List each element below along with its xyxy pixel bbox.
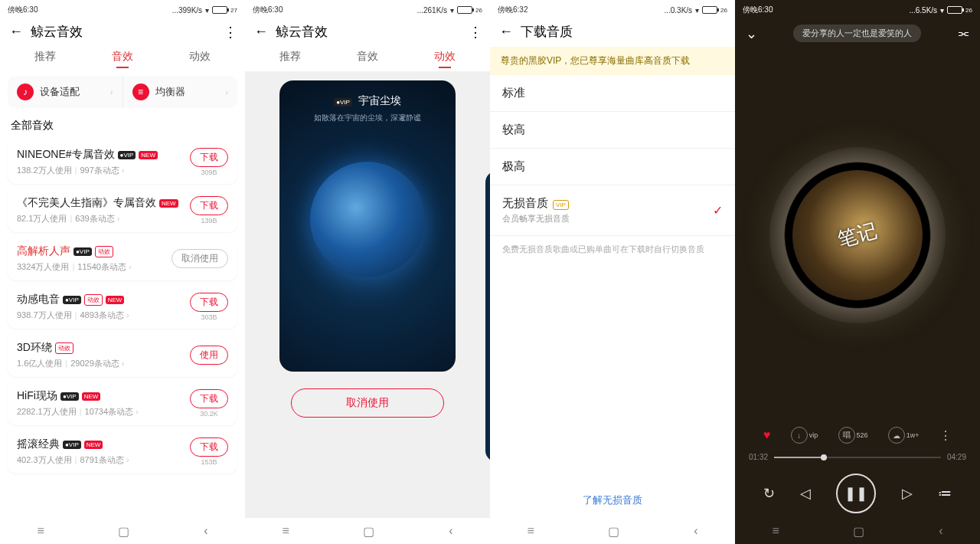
- effect-card[interactable]: NINEONE#专属音效●VIPNEW138.2万人使用|997条动态 ›下载3…: [8, 140, 237, 184]
- device-adapt-button[interactable]: ♪ 设备适配 ›: [8, 76, 122, 108]
- motion-effects-screen: 傍晚6:30 ...261K/s ▾ 26 ← 鲸云音效 ⋮ 推荐 音效 动效 …: [245, 0, 490, 544]
- download-button[interactable]: 下载: [190, 389, 228, 408]
- more-icon[interactable]: ⋮: [469, 24, 481, 41]
- vinyl-ring: 笔记: [769, 147, 946, 323]
- sing-count: 526: [857, 431, 868, 439]
- cancel-use-button[interactable]: 取消使用: [291, 388, 444, 418]
- back-icon[interactable]: ←: [9, 24, 23, 40]
- vip-badge: VIP: [553, 200, 569, 210]
- download-button[interactable]: 下载: [190, 196, 228, 215]
- system-nav: ≡ ▢ ‹: [0, 518, 245, 544]
- home-icon[interactable]: ▢: [608, 524, 619, 539]
- theme-preview-image: [310, 162, 425, 277]
- loop-button[interactable]: ↻: [763, 485, 775, 502]
- pause-button[interactable]: ❚❚: [836, 474, 876, 513]
- chevron-right-icon: ›: [225, 87, 228, 97]
- effect-card[interactable]: 3D环绕动效1.6亿人使用|29029条动态 ›使用: [8, 333, 237, 377]
- effect-size: 309B: [190, 169, 228, 176]
- effect-card[interactable]: 摇滚经典●VIPNEW402.3万人使用|8791条动态 ›下载153B: [8, 430, 237, 474]
- theme-card[interactable]: ●VIP 宇宙尘埃 如散落在宇宙的尘埃，深邃静谧: [279, 80, 456, 372]
- download-button[interactable]: 下载: [190, 293, 228, 312]
- battery-pct: 26: [965, 7, 972, 14]
- effect-card[interactable]: 《不完美人生指南》专属音效NEW82.1万人使用|639条动态 ›下载139B: [8, 188, 237, 232]
- page-title: 鲸云音效: [31, 23, 216, 41]
- playlist-button[interactable]: ≔: [938, 485, 952, 502]
- recents-icon[interactable]: ≡: [527, 524, 534, 538]
- cancel-use-button[interactable]: 取消使用: [172, 249, 228, 268]
- quality-option[interactable]: 无损音质VIP会员畅享无损音质✓: [490, 185, 735, 236]
- vip-badge: ●VIP: [60, 392, 79, 401]
- effect-name: 3D环绕动效: [17, 341, 190, 355]
- learn-lossless-link[interactable]: 了解无损音质: [490, 483, 735, 518]
- quality-option[interactable]: 较高: [490, 112, 735, 149]
- back-nav-icon[interactable]: ‹: [204, 524, 207, 538]
- system-nav: ≡ ▢ ‹: [490, 518, 735, 544]
- back-nav-icon[interactable]: ‹: [694, 524, 697, 538]
- tab-recommend[interactable]: 推荐: [275, 47, 305, 67]
- home-icon[interactable]: ▢: [363, 524, 374, 539]
- device-adapt-label: 设备适配: [40, 85, 80, 99]
- recents-icon[interactable]: ≡: [37, 524, 44, 538]
- new-badge: NEW: [139, 151, 158, 159]
- effect-meta: 138.2万人使用|997条动态 ›: [17, 165, 190, 176]
- song-title-pill[interactable]: 爱分享的人一定也是爱笑的人: [793, 25, 921, 42]
- recents-icon[interactable]: ≡: [282, 524, 289, 538]
- effect-card[interactable]: 动感电音●VIP动效NEW938.7万人使用|4893条动态 ›下载303B: [8, 285, 237, 329]
- effect-card[interactable]: HiFi现场●VIPNEW2282.1万人使用|10734条动态 ›下载30.2…: [8, 382, 237, 425]
- comment-button[interactable]: ☁1w+: [888, 427, 920, 444]
- action-toolbar: ♥ ↓vip 唱526 ☁1w+ ⋮: [735, 421, 980, 450]
- tab-motion[interactable]: 动效: [430, 47, 460, 67]
- share-icon[interactable]: ⫘: [957, 27, 969, 41]
- check-icon: ✓: [713, 203, 723, 218]
- tab-sound[interactable]: 音效: [352, 47, 383, 67]
- prev-button[interactable]: ◁: [800, 485, 811, 502]
- status-bar: 傍晚6:30 ...399K/s ▾ 27: [0, 0, 245, 17]
- page-title: 下载音质: [521, 23, 726, 41]
- more-icon[interactable]: ⋮: [939, 428, 952, 443]
- theme-subtitle: 如散落在宇宙的尘埃，深邃静谧: [290, 113, 445, 123]
- effect-card[interactable]: 高解析人声●VIP动效3324万人使用|11540条动态 ›取消使用: [8, 237, 237, 280]
- sing-button[interactable]: 唱526: [838, 427, 868, 444]
- quality-option[interactable]: 极高: [490, 149, 735, 185]
- battery-icon: [212, 6, 227, 14]
- effects-list: NINEONE#专属音效●VIPNEW138.2万人使用|997条动态 ›下载3…: [0, 136, 245, 518]
- more-icon[interactable]: ⋮: [224, 24, 236, 41]
- back-icon[interactable]: ←: [499, 24, 513, 40]
- tab-recommend[interactable]: 推荐: [30, 47, 60, 67]
- equalizer-label: 均衡器: [155, 85, 185, 99]
- effect-size: 153B: [190, 458, 228, 466]
- recents-icon[interactable]: ≡: [772, 524, 779, 538]
- home-icon[interactable]: ▢: [853, 524, 864, 539]
- home-icon[interactable]: ▢: [118, 524, 129, 539]
- download-button[interactable]: 下载: [190, 437, 228, 457]
- new-badge: NEW: [84, 441, 103, 449]
- status-time: 傍晚6:30: [743, 5, 773, 15]
- vip-badge: ●VIP: [63, 441, 81, 449]
- effect-name: HiFi现场●VIPNEW: [17, 389, 190, 403]
- tab-sound[interactable]: 音效: [107, 47, 138, 67]
- back-nav-icon[interactable]: ‹: [449, 524, 452, 538]
- back-nav-icon[interactable]: ‹: [939, 524, 942, 538]
- net-speed: ...261K/s: [417, 6, 447, 15]
- effect-meta: 82.1万人使用|639条动态 ›: [17, 213, 190, 224]
- quality-option[interactable]: 标准: [490, 75, 735, 112]
- theme-title: 宇宙尘埃: [358, 94, 401, 107]
- effect-size: 30.2K: [190, 410, 228, 418]
- vip-badge: ●VIP: [118, 151, 136, 159]
- status-time: 傍晚6:30: [8, 5, 38, 15]
- mic-icon: 唱: [838, 427, 855, 444]
- download-button[interactable]: 下载: [190, 148, 228, 167]
- tab-motion[interactable]: 动效: [185, 47, 215, 67]
- progress-slider[interactable]: [774, 457, 941, 458]
- now-playing-screen: 傍晚6:30 ...6.5K/s ▾ 26 ⌄ 爱分享的人一定也是爱笑的人 ⫘ …: [735, 0, 980, 544]
- download-button[interactable]: ↓vip: [791, 427, 818, 444]
- like-button[interactable]: ♥: [763, 428, 771, 442]
- back-icon[interactable]: ←: [254, 24, 268, 40]
- equalizer-button[interactable]: ≡ 均衡器 ›: [122, 76, 238, 108]
- effect-meta: 402.3万人使用|8791条动态 ›: [17, 454, 190, 466]
- fx-badge: 动效: [84, 294, 103, 306]
- next-button[interactable]: ▷: [902, 485, 913, 502]
- page-title: 鲸云音效: [276, 23, 461, 41]
- use-button[interactable]: 使用: [190, 346, 228, 365]
- collapse-icon[interactable]: ⌄: [746, 25, 757, 42]
